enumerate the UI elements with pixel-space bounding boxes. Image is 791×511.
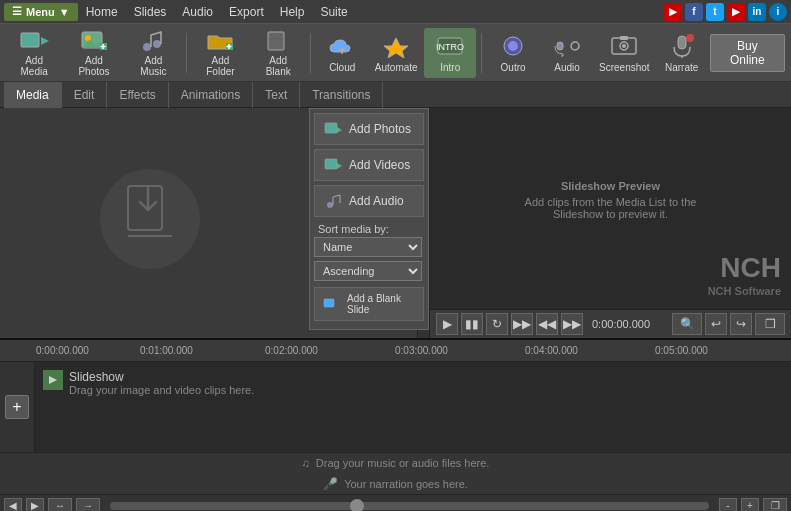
- svg-point-20: [508, 41, 518, 51]
- narration-row: 🎤 Your narration goes here.: [323, 477, 468, 491]
- add-media-label: Add Media: [14, 55, 54, 77]
- svg-point-9: [153, 40, 161, 48]
- media-panel: Add Photos Add Videos Add Audio Sort med…: [0, 108, 430, 338]
- timeline-scroll-left[interactable]: ◀: [4, 498, 22, 512]
- add-folder-button[interactable]: Add Folder: [192, 28, 249, 78]
- add-blank-slide-dropdown[interactable]: Add a Blank Slide: [314, 287, 424, 321]
- audio-button[interactable]: Audio: [541, 28, 593, 78]
- narrate-icon: [666, 32, 698, 60]
- svg-text:INTRO: INTRO: [436, 42, 464, 52]
- automate-button[interactable]: Automate: [370, 28, 422, 78]
- add-audio-dropdown[interactable]: Add Audio: [314, 185, 424, 217]
- automate-icon: [380, 32, 412, 60]
- redo-button[interactable]: ↪: [730, 313, 752, 335]
- tab-transitions[interactable]: Transitions: [300, 82, 383, 108]
- menu-bar: ☰ Menu ▼ Home Slides Audio Export Help S…: [0, 0, 791, 24]
- loop-button[interactable]: ↻: [486, 313, 508, 335]
- add-photos-button[interactable]: Add Photos: [64, 28, 124, 78]
- dropdown-menu: Add Photos Add Videos Add Audio Sort med…: [309, 108, 429, 330]
- svg-rect-27: [678, 36, 686, 49]
- audio-label: Audio: [554, 62, 580, 73]
- pause-button[interactable]: ▮▮: [461, 313, 483, 335]
- add-photos-label: Add Photos: [72, 55, 116, 77]
- tab-edit[interactable]: Edit: [62, 82, 108, 108]
- screenshot-button[interactable]: Screenshot: [595, 28, 654, 78]
- ruler-mark-4: 0:04:00.000: [525, 345, 578, 356]
- next-frame-button[interactable]: ▶▶: [561, 313, 583, 335]
- preview-title: Slideshow Preview: [520, 180, 701, 192]
- add-media-button[interactable]: Add Media: [6, 28, 62, 78]
- automate-label: Automate: [375, 62, 418, 73]
- narrate-button[interactable]: Narrate: [656, 28, 708, 78]
- add-photos-dropdown-label: Add Photos: [349, 122, 411, 136]
- timeline-scroll-right[interactable]: ▶: [26, 498, 44, 512]
- twitter-icon[interactable]: t: [706, 3, 724, 21]
- cloud-button[interactable]: Cloud: [316, 28, 368, 78]
- facebook-icon[interactable]: f: [685, 3, 703, 21]
- timeline-expand[interactable]: ↔: [48, 498, 72, 512]
- prev-frame-button[interactable]: ◀◀: [536, 313, 558, 335]
- file-download-icon: [120, 184, 180, 254]
- sort-by-select[interactable]: Name: [314, 237, 422, 257]
- add-track-button[interactable]: +: [5, 395, 29, 419]
- add-folder-label: Add Folder: [200, 55, 241, 77]
- menu-item-help[interactable]: Help: [272, 0, 313, 24]
- screenshot-icon: [608, 32, 640, 60]
- undo-button[interactable]: ↩: [705, 313, 727, 335]
- menu-item-audio[interactable]: Audio: [174, 0, 221, 24]
- zoom-in[interactable]: +: [741, 498, 759, 512]
- intro-icon: INTRO: [434, 32, 466, 60]
- menu-button[interactable]: ☰ Menu ▼: [4, 3, 78, 21]
- menu-item-slides[interactable]: Slides: [126, 0, 175, 24]
- linkedin-icon[interactable]: in: [748, 3, 766, 21]
- tab-media[interactable]: Media: [4, 82, 62, 108]
- track-left: +: [0, 362, 35, 452]
- toolbar-separator-2: [310, 33, 311, 73]
- buy-online-button[interactable]: Buy Online: [710, 34, 785, 72]
- youtube-icon[interactable]: ▶: [664, 3, 682, 21]
- svg-rect-33: [325, 123, 337, 133]
- audio-label: Drag your music or audio files here.: [316, 457, 490, 469]
- svg-marker-34: [337, 127, 342, 133]
- audio-icon: [551, 32, 583, 60]
- skip-forward-button[interactable]: ▶▶: [511, 313, 533, 335]
- narrate-label: Narrate: [665, 62, 698, 73]
- menu-item-suite[interactable]: Suite: [312, 0, 355, 24]
- svg-point-30: [686, 34, 694, 42]
- add-audio-dropdown-icon: [323, 191, 343, 211]
- add-music-button[interactable]: Add Music: [126, 28, 181, 78]
- svg-marker-36: [337, 163, 342, 169]
- menu-item-export[interactable]: Export: [221, 0, 272, 24]
- zoom-thumb[interactable]: [350, 499, 364, 512]
- menu-item-home[interactable]: Home: [78, 0, 126, 24]
- add-photos-dropdown-icon: [323, 119, 343, 139]
- tab-animations[interactable]: Animations: [169, 82, 253, 108]
- expand-button[interactable]: ❒: [755, 313, 785, 335]
- media-placeholder: [0, 108, 300, 338]
- add-photos-dropdown[interactable]: Add Photos: [314, 113, 424, 145]
- zoom-out[interactable]: -: [719, 498, 737, 512]
- zoom-out-button[interactable]: 🔍: [672, 313, 702, 335]
- youtube2-icon[interactable]: ▶: [727, 3, 745, 21]
- track-info: Slideshow Drag your image and video clip…: [69, 370, 254, 396]
- add-videos-dropdown[interactable]: Add Videos: [314, 149, 424, 181]
- intro-button[interactable]: INTRO Intro: [424, 28, 476, 78]
- add-blank-button[interactable]: Add Blank: [251, 28, 305, 78]
- outro-label: Outro: [501, 62, 526, 73]
- tab-text[interactable]: Text: [253, 82, 300, 108]
- fullscreen[interactable]: ❐: [763, 498, 787, 512]
- add-blank-icon: [262, 29, 294, 53]
- outro-icon: [497, 32, 529, 60]
- svg-rect-13: [268, 32, 284, 50]
- add-videos-dropdown-icon: [323, 155, 343, 175]
- toolbar-separator-3: [481, 33, 482, 73]
- play-button[interactable]: ▶: [436, 313, 458, 335]
- info-icon[interactable]: i: [769, 3, 787, 21]
- ruler-mark-3: 0:03:00.000: [395, 345, 448, 356]
- nch-logo: NCH NCH Software: [708, 251, 781, 298]
- timeline-contract[interactable]: →: [76, 498, 100, 512]
- tab-effects[interactable]: Effects: [107, 82, 168, 108]
- intro-label: Intro: [440, 62, 460, 73]
- outro-button[interactable]: Outro: [487, 28, 539, 78]
- sort-order-select[interactable]: Ascending: [314, 261, 422, 281]
